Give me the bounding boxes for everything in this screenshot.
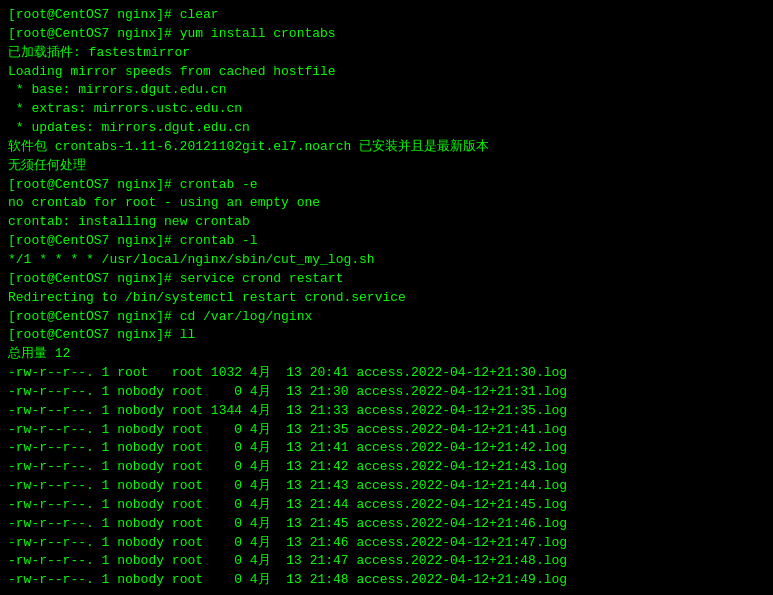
terminal-text: -rw-r--r--. 1 nobody root 0 4月 13 21:46 … bbox=[8, 535, 567, 550]
terminal-line: -rw-r--r--. 1 nobody root 0 4月 13 21:44 … bbox=[8, 496, 765, 515]
terminal-text: -rw-r--r--. 1 nobody root 0 4月 13 21:41 … bbox=[8, 440, 567, 455]
terminal-text: [root@CentOS7 nginx]# ll bbox=[8, 327, 195, 342]
terminal-line: */1 * * * * /usr/local/nginx/sbin/cut_my… bbox=[8, 251, 765, 270]
terminal-text: -rw-r--r--. 1 nobody root 0 4月 13 21:30 … bbox=[8, 384, 567, 399]
terminal-line: -rw-r--r--. 1 nobody root 0 4月 13 21:30 … bbox=[8, 383, 765, 402]
terminal-text: -rw-r--r--. 1 nobody root 0 4月 13 21:47 … bbox=[8, 553, 567, 568]
terminal-text: -rw-r--r--. 1 root root 1032 4月 13 20:41… bbox=[8, 365, 567, 380]
terminal-line: Redirecting to /bin/systemctl restart cr… bbox=[8, 289, 765, 308]
terminal-text: 软件包 crontabs-1.11-6.20121102git.el7.noar… bbox=[8, 139, 489, 154]
terminal-text: [root@CentOS7 nginx]# crontab -e bbox=[8, 177, 258, 192]
terminal-line: 软件包 crontabs-1.11-6.20121102git.el7.noar… bbox=[8, 138, 765, 157]
terminal-line: [root@CentOS7 nginx]# crontab -e bbox=[8, 176, 765, 195]
terminal-line: -rw-r--r--. 1 root root 1032 4月 13 20:41… bbox=[8, 364, 765, 383]
terminal-text: [root@CentOS7 nginx]# cd /var/log/nginx bbox=[8, 309, 312, 324]
terminal-text: [root@CentOS7 nginx]# service crond rest… bbox=[8, 271, 343, 286]
terminal-text: 无须任何处理 bbox=[8, 158, 86, 173]
terminal-line: crontab: installing new crontab bbox=[8, 213, 765, 232]
terminal-line: [root@CentOS7 nginx]# clear bbox=[8, 6, 765, 25]
terminal-text: Redirecting to /bin/systemctl restart cr… bbox=[8, 290, 406, 305]
terminal-text: * extras: mirrors.ustc.edu.cn bbox=[8, 101, 242, 116]
terminal-line: 总用量 12 bbox=[8, 345, 765, 364]
terminal-text: [root@CentOS7 nginx]# yum install cronta… bbox=[8, 26, 336, 41]
terminal-line: -rw-r--r--. 1 nobody root 1344 4月 13 21:… bbox=[8, 402, 765, 421]
terminal-text: -rw-r--r--. 1 nobody root 0 4月 13 21:42 … bbox=[8, 459, 567, 474]
terminal-text: -rw-r--r--. 1 nobody root 0 4月 13 21:44 … bbox=[8, 497, 567, 512]
terminal-line: -rw-r--r--. 1 nobody root 0 4月 13 21:46 … bbox=[8, 534, 765, 553]
terminal-line: no crontab for root - using an empty one bbox=[8, 194, 765, 213]
terminal-line: [root@CentOS7 nginx]# yum install cronta… bbox=[8, 25, 765, 44]
terminal-line: -rw-r--r--. 1 nobody root 0 4月 13 21:48 … bbox=[8, 571, 765, 590]
terminal-text: * base: mirrors.dgut.edu.cn bbox=[8, 82, 226, 97]
terminal-text: Loading mirror speeds from cached hostfi… bbox=[8, 64, 336, 79]
terminal-line: -rw-r--r--. 1 nobody root 0 4月 13 21:41 … bbox=[8, 439, 765, 458]
terminal-line: [root@CentOS7 nginx]# crontab -l bbox=[8, 232, 765, 251]
terminal-line: -rw-r--r--. 1 nobody root 0 4月 13 21:35 … bbox=[8, 421, 765, 440]
terminal-text: -rw-r--r--. 1 nobody root 0 4月 13 21:35 … bbox=[8, 422, 567, 437]
terminal-line: * updates: mirrors.dgut.edu.cn bbox=[8, 119, 765, 138]
terminal-line: 无须任何处理 bbox=[8, 157, 765, 176]
terminal-window[interactable]: [root@CentOS7 nginx]# clear[root@CentOS7… bbox=[0, 0, 773, 595]
terminal-line: -rw-r--r--. 1 nobody root 0 4月 13 21:43 … bbox=[8, 477, 765, 496]
terminal-line: -rw-r--r--. 1 nobody root 0 4月 13 21:47 … bbox=[8, 552, 765, 571]
terminal-line: -rw-r--r--. 1 nobody root 0 4月 13 21:42 … bbox=[8, 458, 765, 477]
terminal-text: -rw-r--r--. 1 nobody root 0 4月 13 21:45 … bbox=[8, 516, 567, 531]
terminal-line: * base: mirrors.dgut.edu.cn bbox=[8, 81, 765, 100]
terminal-line: -rw-r--r--. 1 nobody root 0 4月 13 21:45 … bbox=[8, 515, 765, 534]
terminal-line: [root@CentOS7 nginx]# cd /var/log/nginx bbox=[8, 308, 765, 327]
terminal-text: */1 * * * * /usr/local/nginx/sbin/cut_my… bbox=[8, 252, 375, 267]
terminal-text: crontab: installing new crontab bbox=[8, 214, 250, 229]
terminal-text: -rw-r--r--. 1 nobody root 0 4月 13 21:48 … bbox=[8, 572, 567, 587]
terminal-text: -rw-r--r--. 1 nobody root 1344 4月 13 21:… bbox=[8, 403, 567, 418]
terminal-text: [root@CentOS7 nginx]# clear bbox=[8, 7, 219, 22]
terminal-text: 总用量 12 bbox=[8, 346, 70, 361]
terminal-line: Loading mirror speeds from cached hostfi… bbox=[8, 63, 765, 82]
terminal-text: * updates: mirrors.dgut.edu.cn bbox=[8, 120, 250, 135]
terminal-text: 已加载插件: fastestmirror bbox=[8, 45, 190, 60]
terminal-text: no crontab for root - using an empty one bbox=[8, 195, 320, 210]
terminal-line: [root@CentOS7 nginx]# ll bbox=[8, 326, 765, 345]
terminal-line: 已加载插件: fastestmirror bbox=[8, 44, 765, 63]
terminal-text: [root@CentOS7 nginx]# crontab -l bbox=[8, 233, 258, 248]
terminal-line: [root@CentOS7 nginx]# service crond rest… bbox=[8, 270, 765, 289]
terminal-text: -rw-r--r--. 1 nobody root 0 4月 13 21:43 … bbox=[8, 478, 567, 493]
terminal-line: * extras: mirrors.ustc.edu.cn bbox=[8, 100, 765, 119]
